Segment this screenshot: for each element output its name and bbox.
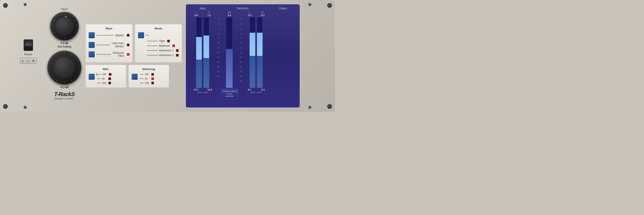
svg-line-39 — [72, 54, 72, 55]
ispl-panel-title: ISPL — [89, 68, 123, 71]
svg-line-38 — [70, 53, 70, 54]
dither-4x-indicator — [151, 77, 154, 80]
left-panel: Reset L = R — [13, 39, 43, 64]
screw-tl2 — [24, 3, 26, 6]
dither-16x-row: 16x — [139, 82, 154, 85]
bypass-blue-btn[interactable] — [89, 32, 95, 38]
svg-line-71 — [62, 52, 62, 53]
mode-panel: Mode Tight Balanced — [135, 24, 182, 63]
svg-line-69 — [56, 54, 57, 55]
input-r-bar — [203, 17, 209, 88]
input-label: Input — [61, 7, 68, 11]
output-l-label: L — [249, 11, 250, 14]
ispl-16x-indicator — [108, 82, 111, 84]
svg-line-59 — [52, 77, 53, 78]
output-ch-labels: L -0.3 R -0.3 — [244, 11, 268, 17]
bypass-label: Bypass — [116, 34, 124, 37]
lr-eq: = — [26, 58, 30, 63]
io-scale-col: 0 -2 -4 -6 -8 -10 -12 -14 -16 -18 -24 -3… — [217, 11, 220, 82]
reset-toggle[interactable] — [24, 39, 33, 51]
input-peak-values: -10.7 -10.8 — [190, 88, 216, 91]
input-r-peak: -10.8 — [204, 88, 215, 91]
dither-4x-row: 4x — [139, 77, 154, 80]
input-peak-rms-label: PEAK / RMS — [197, 91, 208, 94]
reduction-scale-col: 0 -1 -2 -3 -4 -5 -6 -8 -10 -12 -14 -16 -… — [239, 11, 242, 82]
unity-gain-label: Unity GainMonitor — [112, 42, 124, 48]
input-l-value: 0.4 — [194, 14, 198, 17]
input-l-bar — [196, 17, 202, 88]
balanced-indicator — [172, 45, 175, 47]
intersample-label: INTERSAMPLEPEAKLIMITER — [222, 90, 238, 97]
svg-line-37 — [67, 52, 67, 53]
model-label: Stealth Limiter — [54, 97, 75, 100]
balanced-label: Balanced — [159, 44, 170, 47]
dither-off-row: Off — [139, 73, 154, 76]
output-l-value: -0.3 — [248, 14, 252, 17]
ispl-4x-indicator — [108, 77, 111, 80]
lr-l: L — [20, 58, 26, 63]
output-r-value: -0.3 — [260, 14, 264, 17]
screw-br2 — [308, 106, 311, 109]
svg-line-32 — [56, 16, 56, 17]
dither-panel-title: Dithering — [132, 68, 166, 71]
screw-bl2 — [24, 106, 26, 109]
svg-line-21 — [58, 37, 58, 38]
lr-link-button[interactable]: L = R — [20, 58, 37, 64]
output-r-peak: -8.1 — [258, 88, 268, 91]
dither-content: Off 4x 16x — [132, 73, 166, 85]
output-peak-rms-label: PEAK / RMS — [250, 91, 262, 94]
svg-line-12 — [75, 32, 76, 33]
svg-line-24 — [53, 32, 54, 33]
svg-line-58 — [54, 79, 55, 80]
svg-line-4 — [72, 16, 73, 17]
dither-blue-btn[interactable] — [132, 74, 138, 80]
input-bars — [196, 17, 209, 88]
svg-line-50 — [74, 79, 74, 80]
bypass-indicator — [127, 34, 130, 37]
toggle-inner — [25, 42, 32, 46]
main-panel-title: Main — [89, 27, 130, 30]
tight-row: Tight — [147, 40, 179, 43]
svg-line-16 — [69, 38, 69, 39]
reduction-value: 5.4 — [228, 14, 231, 17]
svg-line-47 — [78, 73, 79, 73]
ispl-off-indicator — [109, 73, 112, 76]
svg-line-70 — [59, 53, 59, 54]
screw-tr2 — [308, 3, 311, 6]
input-l-peak: -10.7 — [190, 88, 201, 91]
mode-panel-title: Mode — [138, 27, 179, 30]
harmonics1-indicator — [176, 49, 178, 52]
svg-line-31 — [54, 18, 55, 19]
main-panel: Main Bypass Unity GainMonitor — [86, 24, 133, 63]
meter-header-row: Input Reduction Output — [189, 7, 297, 10]
panels-bottom-row: ISPL Off — [86, 65, 182, 88]
ispl-16x-row: 16x — [96, 82, 112, 85]
lr-r: R — [30, 58, 36, 63]
svg-line-53 — [67, 83, 67, 83]
ispl-16x-label: 16x — [102, 82, 107, 85]
reduction-meter-label: Reduction — [234, 7, 251, 10]
unity-gain-blue-btn[interactable] — [89, 42, 95, 48]
top-knob[interactable] — [50, 12, 79, 41]
reset-label: Reset — [24, 53, 32, 56]
intersample-btn[interactable]: INTERSAMPLEPEAKLIMITER — [221, 89, 238, 99]
ispl-blue-btn[interactable] — [89, 74, 95, 80]
unity-gain-indicator — [127, 44, 130, 46]
ispl-panel: ISPL Off — [86, 65, 126, 88]
svg-line-64 — [49, 65, 50, 65]
bottom-knob[interactable] — [47, 51, 82, 85]
screw-tl — [3, 3, 8, 8]
meter-section: Input Reduction Output L 0.4 R 1.5 — [186, 4, 300, 108]
plugin-body: Reset L = R Input — [0, 0, 335, 112]
output-r-bar — [257, 17, 263, 88]
infrasonic-blue-btn[interactable] — [89, 51, 95, 57]
bottom-knob-group: -0.3 dB — [47, 51, 82, 89]
svg-line-62 — [49, 70, 50, 71]
svg-line-23 — [54, 34, 55, 35]
ispl-content: Off 4x 16x — [89, 73, 123, 85]
svg-line-49 — [76, 77, 76, 78]
mode-blue-btn[interactable] — [138, 32, 144, 38]
dither-panel: Dithering Off 4x — [128, 65, 169, 88]
output-meter-label: Output — [270, 7, 296, 10]
svg-line-33 — [58, 15, 58, 16]
